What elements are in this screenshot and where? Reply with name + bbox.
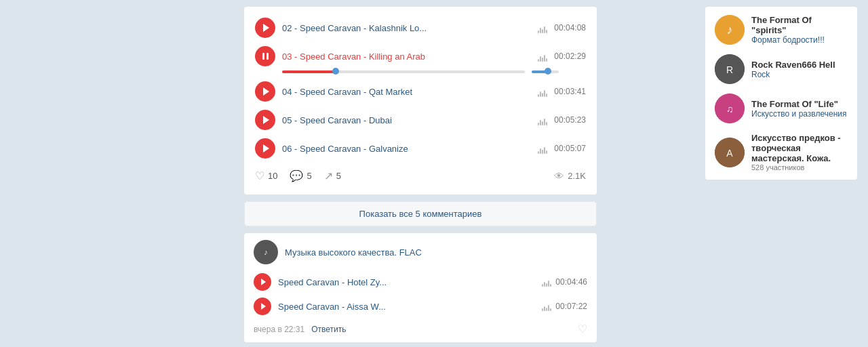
comment-item: ♪ Музыка высокого качества. FLAC Speed C… bbox=[244, 233, 597, 342]
table-row: 02 - Speed Caravan - Kalashnik Lo... 00:… bbox=[255, 14, 586, 42]
comment-timestamp: вчера в 22:31 bbox=[254, 325, 304, 334]
play-button-03[interactable] bbox=[255, 46, 275, 66]
share-icon: ↗ bbox=[324, 169, 333, 182]
table-row: 05 - Speed Caravan - Dubai 00:05:23 bbox=[255, 106, 586, 134]
sidebar-item-spirits[interactable]: ♪ The Format Of "spirits" Формат бодрост… bbox=[715, 15, 848, 45]
sidebar-item-life[interactable]: ♫ The Format Of "Life" Искусство и развл… bbox=[715, 94, 848, 123]
views-count: 👁 2.1K bbox=[554, 170, 586, 182]
track-duration-02: 00:04:08 bbox=[554, 23, 586, 33]
avatar: R bbox=[715, 54, 745, 84]
comment-author[interactable]: Музыка высокого качества. FLAC bbox=[285, 247, 422, 258]
sidebar-item-info: The Format Of "Life" Искусство и развлеч… bbox=[751, 99, 847, 119]
table-row: 04 - Speed Caravan - Qat Market 00:03:41 bbox=[255, 77, 586, 106]
sidebar-item-art[interactable]: A Искусство предков - творческая мастерс… bbox=[715, 133, 848, 171]
heart-icon: ♡ bbox=[255, 169, 264, 182]
mini-track-title-11[interactable]: Speed Caravan - Hotel Zy... bbox=[278, 277, 542, 287]
sidebar-item-title: Искусство предков - творческая мастерска… bbox=[751, 133, 848, 163]
waveform-icon bbox=[542, 302, 551, 311]
mini-duration-11: 00:04:46 bbox=[555, 277, 587, 287]
waveform-icon bbox=[538, 86, 549, 97]
volume-thumb bbox=[545, 68, 551, 75]
track-title-02[interactable]: 02 - Speed Caravan - Kalashnik Lo... bbox=[282, 23, 538, 33]
mini-duration-12: 00:07:22 bbox=[555, 302, 587, 311]
avatar: ♪ bbox=[715, 15, 745, 45]
mini-play-button-12[interactable] bbox=[254, 298, 271, 315]
sidebar-item-meta: 528 участников bbox=[751, 163, 848, 171]
play-icon bbox=[263, 24, 269, 32]
play-button-02[interactable] bbox=[255, 18, 275, 38]
mini-track-title-12[interactable]: Speed Caravan - Aissa W... bbox=[278, 302, 542, 312]
waveform-icon bbox=[538, 143, 549, 154]
heart-icon[interactable]: ♡ bbox=[578, 323, 587, 335]
play-icon bbox=[261, 303, 266, 310]
play-icon bbox=[263, 87, 269, 96]
sidebar-item-info: Rock Raven666 Hell Rock bbox=[751, 60, 835, 79]
svg-text:♫: ♫ bbox=[726, 104, 734, 115]
progress-track[interactable] bbox=[282, 70, 525, 73]
avatar: A bbox=[715, 138, 745, 167]
share-button[interactable]: ↗ 5 bbox=[324, 169, 341, 182]
sidebar-card: ♪ The Format Of "spirits" Формат бодрост… bbox=[705, 7, 857, 180]
waveform-icon bbox=[538, 22, 549, 33]
volume-section bbox=[532, 70, 559, 73]
show-comments-button[interactable]: Показать все 5 комментариев bbox=[244, 201, 597, 226]
avatar: ♫ bbox=[715, 94, 745, 123]
track-title-03[interactable]: 03 - Speed Caravan - Killing an Arab bbox=[282, 52, 538, 62]
track-duration-06: 00:05:07 bbox=[554, 144, 586, 153]
svg-text:A: A bbox=[726, 148, 733, 159]
progress-fill bbox=[282, 70, 336, 73]
sidebar-item-subtitle: Искусство и развлечения bbox=[751, 109, 847, 119]
reply-button[interactable]: Ответить bbox=[311, 325, 346, 334]
volume-track[interactable] bbox=[532, 70, 559, 73]
pause-icon bbox=[262, 53, 269, 60]
track-duration-05: 00:05:23 bbox=[554, 115, 586, 125]
views-label: 2.1K bbox=[568, 171, 586, 181]
actions-bar: ♡ 10 💬 5 ↗ 5 👁 2.1K bbox=[255, 163, 586, 185]
sidebar-item-title: The Format Of "Life" bbox=[751, 99, 847, 109]
track-duration-04: 00:03:41 bbox=[554, 87, 586, 96]
eye-icon: 👁 bbox=[554, 170, 564, 182]
sidebar: ♪ The Format Of "spirits" Формат бодрост… bbox=[705, 0, 868, 347]
sidebar-item-subtitle: Формат бодрости!!! bbox=[751, 35, 848, 45]
play-button-04[interactable] bbox=[255, 81, 275, 102]
list-item: Speed Caravan - Hotel Zy... 00:04:46 bbox=[254, 270, 587, 294]
comment-icon: 💬 bbox=[290, 169, 303, 182]
waveform-icon bbox=[538, 51, 549, 62]
like-button[interactable]: ♡ 10 bbox=[255, 169, 277, 182]
play-icon bbox=[263, 116, 269, 124]
play-icon bbox=[261, 279, 266, 285]
sidebar-item-title: The Format Of "spirits" bbox=[751, 15, 848, 35]
track-list-card: 02 - Speed Caravan - Kalashnik Lo... 00:… bbox=[244, 7, 597, 195]
sidebar-item-info: Искусство предков - творческая мастерска… bbox=[751, 133, 848, 171]
share-count: 5 bbox=[336, 171, 341, 181]
track-title-04[interactable]: 04 - Speed Caravan - Qat Market bbox=[282, 87, 538, 97]
sidebar-item-title: Rock Raven666 Hell bbox=[751, 60, 835, 70]
avatar: ♪ bbox=[254, 240, 278, 264]
svg-text:R: R bbox=[726, 64, 733, 75]
waveform-icon bbox=[542, 277, 551, 287]
comment-tracks: Speed Caravan - Hotel Zy... 00:04:46 bbox=[254, 270, 587, 319]
table-row: 03 - Speed Caravan - Killing an Arab 00:… bbox=[255, 42, 586, 70]
like-count: 10 bbox=[268, 171, 277, 181]
comment-button[interactable]: 💬 5 bbox=[290, 169, 311, 182]
play-button-06[interactable] bbox=[255, 138, 275, 159]
svg-text:♪: ♪ bbox=[727, 23, 733, 37]
mini-play-button-11[interactable] bbox=[254, 273, 271, 291]
play-icon bbox=[263, 144, 269, 152]
table-row: 06 - Speed Caravan - Galvanize 00:05:07 bbox=[255, 134, 586, 163]
waveform-icon bbox=[538, 115, 549, 125]
track-title-06[interactable]: 06 - Speed Caravan - Galvanize bbox=[282, 144, 538, 154]
track-title-05[interactable]: 05 - Speed Caravan - Dubai bbox=[282, 115, 538, 125]
comment-count: 5 bbox=[307, 171, 311, 181]
comment-header: ♪ Музыка высокого качества. FLAC bbox=[254, 240, 587, 264]
sidebar-item-info: The Format Of "spirits" Формат бодрости!… bbox=[751, 15, 848, 45]
sidebar-item-subtitle: Rock bbox=[751, 70, 835, 79]
progress-bar-row bbox=[255, 70, 586, 77]
sidebar-item-rock[interactable]: R Rock Raven666 Hell Rock bbox=[715, 54, 848, 84]
play-button-05[interactable] bbox=[255, 110, 275, 130]
comment-footer: вчера в 22:31 Ответить ♡ bbox=[254, 323, 587, 335]
progress-thumb bbox=[332, 68, 339, 75]
list-item: Speed Caravan - Aissa W... 00:07:22 bbox=[254, 294, 587, 319]
track-duration-03: 00:02:29 bbox=[554, 52, 586, 61]
